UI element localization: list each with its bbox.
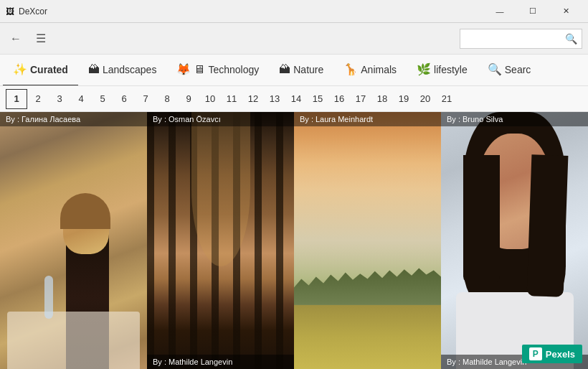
page-14[interactable]: 14 bbox=[285, 89, 307, 109]
category-item-landscapes[interactable]: 🏔 Landscapes bbox=[78, 55, 167, 86]
category-item-animals[interactable]: 🦒 Animals bbox=[333, 55, 407, 86]
photo-2-bottom-author: By : Mathilde Langevin bbox=[147, 355, 294, 369]
page-12[interactable]: 12 bbox=[242, 89, 264, 109]
gallery: By : Галина Ласаева By : Osman Özavcı By… bbox=[0, 112, 588, 369]
category-nav: ✨ Curated 🏔 Landscapes 🦊 🖥 Technology 🏔 … bbox=[0, 55, 588, 86]
page-8[interactable]: 8 bbox=[156, 89, 178, 109]
page-15[interactable]: 15 bbox=[307, 89, 328, 109]
search-input[interactable] bbox=[465, 33, 565, 44]
curated-label: Curated bbox=[30, 64, 68, 75]
pexels-badge[interactable]: P Pexels bbox=[522, 345, 582, 363]
lifestyle-label: lifestyle bbox=[434, 64, 468, 75]
lifestyle-icon: 🌿 bbox=[417, 62, 431, 76]
title-bar: 🖼 DeXcor — ☐ ✕ bbox=[0, 0, 588, 23]
category-item-search[interactable]: 🔍 Searc bbox=[478, 55, 541, 86]
page-4[interactable]: 4 bbox=[70, 89, 92, 109]
page-19[interactable]: 19 bbox=[393, 89, 414, 109]
pexels-label: Pexels bbox=[546, 349, 575, 360]
pexels-logo: P bbox=[529, 347, 542, 360]
page-16[interactable]: 16 bbox=[328, 89, 350, 109]
photo-4[interactable]: By : Bruno Silva By : Mathilde Langevin … bbox=[441, 112, 588, 369]
technology-icon: 🦊 bbox=[176, 62, 191, 76]
page-17[interactable]: 17 bbox=[350, 89, 371, 109]
page-18[interactable]: 18 bbox=[371, 89, 393, 109]
search-cat-label: Searc bbox=[505, 64, 531, 75]
app-title: DeXcor bbox=[19, 6, 483, 17]
photo-2[interactable]: By : Osman Özavcı By : Mathilde Langevin bbox=[147, 112, 294, 369]
page-20[interactable]: 20 bbox=[414, 89, 436, 109]
animals-label: Animals bbox=[361, 64, 397, 75]
menu-button[interactable]: ☰ bbox=[32, 29, 50, 48]
search-box[interactable]: 🔍 bbox=[460, 29, 582, 49]
technology-label: Technology bbox=[208, 64, 259, 75]
back-button[interactable]: ← bbox=[6, 29, 26, 48]
nature-label: Nature bbox=[293, 64, 323, 75]
category-item-lifestyle[interactable]: 🌿 lifestyle bbox=[407, 55, 478, 86]
photo-1[interactable]: By : Галина Ласаева bbox=[0, 112, 147, 369]
page-7[interactable]: 7 bbox=[135, 89, 156, 109]
category-item-nature[interactable]: 🏔 Nature bbox=[269, 55, 333, 86]
page-5[interactable]: 5 bbox=[92, 89, 113, 109]
curated-icon: ✨ bbox=[13, 62, 27, 76]
page-1[interactable]: 1 bbox=[6, 89, 27, 109]
photo-3[interactable]: By : Laura Meinhardt bbox=[294, 112, 441, 369]
search-cat-icon: 🔍 bbox=[488, 62, 502, 76]
page-13[interactable]: 13 bbox=[264, 89, 285, 109]
nature-icon: 🏔 bbox=[279, 63, 290, 76]
search-icon[interactable]: 🔍 bbox=[565, 33, 577, 45]
window-controls: — ☐ ✕ bbox=[483, 0, 582, 23]
minimize-button[interactable]: — bbox=[483, 0, 516, 23]
landscapes-icon: 🏔 bbox=[88, 63, 100, 76]
category-item-technology[interactable]: 🦊 🖥 Technology bbox=[166, 55, 269, 86]
animals-icon: 🦒 bbox=[343, 62, 358, 76]
photo-1-author: By : Галина Ласаева bbox=[0, 112, 147, 126]
page-2[interactable]: 2 bbox=[27, 89, 49, 109]
page-10[interactable]: 10 bbox=[199, 89, 221, 109]
toolbar: ← ☰ 🔍 bbox=[0, 23, 588, 55]
category-item-curated[interactable]: ✨ Curated bbox=[3, 55, 78, 86]
app-icon: 🖼 bbox=[6, 6, 14, 17]
pagination: 1 2 3 4 5 6 7 8 9 10 11 12 13 14 15 16 1… bbox=[0, 86, 588, 112]
photo-4-author: By : Bruno Silva bbox=[441, 112, 588, 126]
photo-2-author: By : Osman Özavcı bbox=[147, 112, 294, 126]
close-button[interactable]: ✕ bbox=[549, 0, 582, 23]
technology-icon2: 🖥 bbox=[194, 63, 205, 76]
page-6[interactable]: 6 bbox=[113, 89, 135, 109]
page-11[interactable]: 11 bbox=[221, 89, 242, 109]
photo-3-author: By : Laura Meinhardt bbox=[294, 112, 441, 126]
maximize-button[interactable]: ☐ bbox=[516, 0, 549, 23]
landscapes-label: Landscapes bbox=[103, 64, 157, 75]
page-3[interactable]: 3 bbox=[49, 89, 70, 109]
page-9[interactable]: 9 bbox=[178, 89, 199, 109]
page-21[interactable]: 21 bbox=[436, 89, 457, 109]
